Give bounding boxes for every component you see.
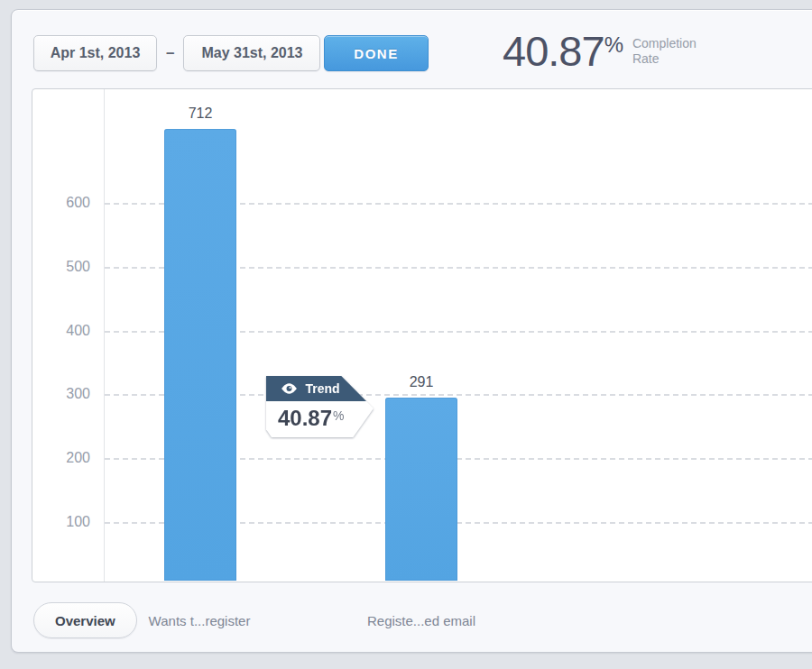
stage-label-wants-to-register: Wants t...register (149, 613, 251, 628)
y-tick-label: 500 (32, 259, 90, 275)
date-range-picker: Apr 1st, 2013 – May 31st, 2013 (33, 35, 320, 71)
y-tick-label: 600 (32, 195, 90, 211)
y-tick-label: 100 (32, 514, 90, 530)
y-tick-label: 200 (32, 450, 90, 466)
funnel-bar[interactable] (385, 398, 457, 581)
y-tick-label: 400 (32, 323, 90, 339)
bar-value-label: 712 (164, 105, 236, 122)
trend-value: 40.87 (278, 406, 332, 430)
funnel-report-panel: Apr 1st, 2013 – May 31st, 2013 DONE 40.8… (11, 9, 812, 653)
completion-rate-stat: 40.87 % Completion Rate (503, 30, 697, 73)
done-button[interactable]: DONE (324, 35, 429, 71)
trend-tooltip-shape: Trend 40.87% (266, 376, 374, 437)
trend-tooltip: Trend 40.87% (266, 376, 374, 437)
stage-label-registered-email: Registe...ed email (367, 613, 475, 628)
eye-icon (280, 382, 299, 395)
end-date-button[interactable]: May 31st, 2013 (183, 35, 320, 71)
plot-region: 100200300400500600712291 (32, 89, 812, 582)
start-date-button[interactable]: Apr 1st, 2013 (33, 35, 157, 71)
completion-rate-unit: % (604, 32, 623, 58)
bar-value-label: 291 (385, 374, 457, 390)
trend-tooltip-label: Trend (305, 381, 339, 396)
overview-button[interactable]: Overview (33, 602, 137, 638)
trend-tooltip-header: Trend (266, 376, 374, 401)
date-range-separator: – (166, 44, 174, 62)
funnel-bar-chart: 100200300400500600712291 Trend 40.87% (32, 88, 812, 582)
trend-unit: % (333, 408, 344, 423)
completion-rate-value: 40.87 (503, 30, 604, 73)
funnel-bar[interactable] (164, 129, 236, 581)
completion-rate-label: Completion Rate (632, 36, 697, 67)
trend-tooltip-body: 40.87% (266, 401, 374, 431)
y-tick-label: 300 (32, 386, 90, 402)
